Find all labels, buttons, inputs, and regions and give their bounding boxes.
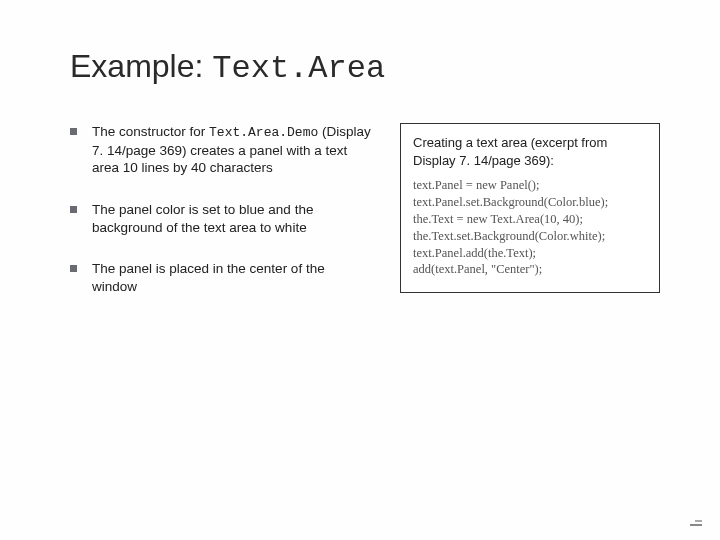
bullet-item: The constructor for Text.Area.Demo (Disp… xyxy=(70,123,372,177)
right-column: Creating a text area (excerpt from Displ… xyxy=(400,123,660,319)
bullet-icon xyxy=(70,206,77,213)
corner-decor-icon xyxy=(686,516,702,526)
bullet-icon xyxy=(70,265,77,272)
bullet-item: The panel color is set to blue and the b… xyxy=(70,201,372,236)
slide: Example: Text.Area The constructor for T… xyxy=(0,0,720,540)
code-line: the.Text = new Text.Area(10, 40); xyxy=(413,211,647,228)
bullet-text: The panel is placed in the center of the… xyxy=(92,261,325,294)
code-box: Creating a text area (excerpt from Displ… xyxy=(400,123,660,293)
title-code: Text.Area xyxy=(212,50,385,87)
code-line: the.Text.set.Background(Color.white); xyxy=(413,228,647,245)
bullet-text: The panel color is set to blue and the b… xyxy=(92,202,313,235)
bullet-list: The constructor for Text.Area.Demo (Disp… xyxy=(70,123,372,295)
code-lines: text.Panel = new Panel(); text.Panel.set… xyxy=(413,177,647,278)
code-line: text.Panel = new Panel(); xyxy=(413,177,647,194)
title-prefix: Example: xyxy=(70,48,212,84)
code-line: add(text.Panel, "Center"); xyxy=(413,261,647,278)
bullet-item: The panel is placed in the center of the… xyxy=(70,260,372,295)
bullet-text: The constructor for xyxy=(92,124,209,139)
left-column: The constructor for Text.Area.Demo (Disp… xyxy=(70,123,372,319)
code-caption: Creating a text area (excerpt from Displ… xyxy=(413,134,647,169)
bullet-code: Text.Area.Demo xyxy=(209,125,318,140)
slide-title: Example: Text.Area xyxy=(70,48,660,87)
columns: The constructor for Text.Area.Demo (Disp… xyxy=(70,123,660,319)
code-line: text.Panel.set.Background(Color.blue); xyxy=(413,194,647,211)
code-line: text.Panel.add(the.Text); xyxy=(413,245,647,262)
bullet-icon xyxy=(70,128,77,135)
